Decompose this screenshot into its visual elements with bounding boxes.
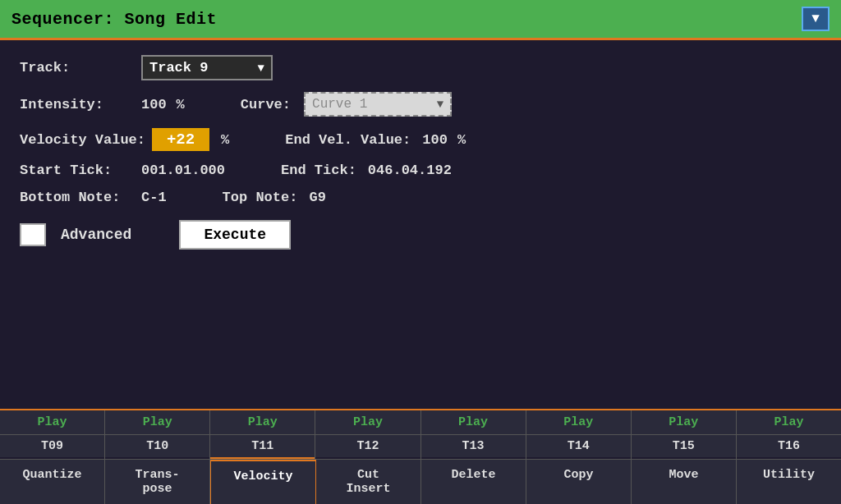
curve-value: Curve 1 bbox=[312, 97, 367, 112]
advanced-checkbox[interactable] bbox=[20, 223, 46, 246]
velocity-unit: % bbox=[221, 132, 229, 148]
note-row: Bottom Note: C-1 Top Note: G9 bbox=[20, 190, 821, 205]
play-button-t09[interactable]: Play bbox=[0, 410, 104, 435]
track-label-t10: T10 bbox=[105, 435, 209, 457]
intensity-unit: % bbox=[177, 97, 185, 112]
end-tick-value: 046.04.192 bbox=[368, 163, 452, 178]
top-note-label: Top Note: bbox=[223, 190, 298, 205]
title-dropdown-arrow: ▼ bbox=[811, 11, 820, 26]
play-button-t14[interactable]: Play bbox=[526, 410, 631, 435]
title-bar: Sequencer: Song Edit ▼ bbox=[0, 0, 841, 38]
velocity-value: +22 bbox=[167, 131, 195, 149]
advanced-execute-row: Advanced Execute bbox=[20, 220, 821, 250]
func-button-move[interactable]: Move bbox=[632, 460, 737, 504]
app-title: Sequencer: Song Edit bbox=[11, 10, 217, 29]
track-label: Track: bbox=[20, 60, 135, 76]
end-vel-unit: % bbox=[457, 132, 466, 148]
track-label-t14: T14 bbox=[526, 435, 631, 457]
end-vel-value: 100 bbox=[422, 132, 448, 148]
track-label-t12: T12 bbox=[315, 435, 420, 457]
func-button-delete[interactable]: Delete bbox=[421, 460, 526, 504]
track-label-t15: T15 bbox=[632, 435, 736, 457]
func-button-velocity[interactable]: Velocity bbox=[210, 460, 316, 504]
start-tick-label: Start Tick: bbox=[20, 163, 135, 178]
func-button-trans--pose[interactable]: Trans-pose bbox=[105, 460, 210, 504]
track-col-t12: PlayT12 bbox=[315, 410, 420, 459]
track-value: Track 9 bbox=[149, 60, 208, 76]
end-vel-section: End Vel. Value: 100 % bbox=[285, 132, 466, 148]
track-dropdown[interactable]: Track 9 ▼ bbox=[141, 55, 273, 80]
curve-section: Curve: Curve 1 ▼ bbox=[241, 92, 452, 117]
velocity-row: Velocity Value: +22 % End Vel. Value: 10… bbox=[20, 128, 821, 151]
top-note-value: G9 bbox=[309, 190, 325, 205]
end-tick-section: End Tick: 046.04.192 bbox=[281, 163, 452, 178]
velocity-value-label: Velocity Value: bbox=[20, 132, 145, 148]
func-button-copy[interactable]: Copy bbox=[526, 460, 632, 504]
track-col-t10: PlayT10 bbox=[105, 410, 210, 459]
intensity-label: Intensity: bbox=[20, 97, 135, 112]
play-button-t12[interactable]: Play bbox=[315, 410, 420, 435]
track-label-t09: T09 bbox=[0, 435, 104, 457]
play-button-t16[interactable]: Play bbox=[737, 410, 841, 435]
title-dropdown[interactable]: ▼ bbox=[802, 7, 830, 31]
bottom-note-label: Bottom Note: bbox=[20, 190, 135, 205]
func-row: QuantizeTrans-poseVelocityCutInsertDelet… bbox=[0, 459, 841, 504]
track-play-row: PlayT09PlayT10PlayT11PlayT12PlayT13PlayT… bbox=[0, 409, 841, 459]
curve-label: Curve: bbox=[241, 97, 291, 112]
play-button-t10[interactable]: Play bbox=[105, 410, 209, 435]
track-label-t11: T11 bbox=[210, 435, 315, 459]
execute-button[interactable]: Execute bbox=[179, 220, 291, 250]
func-button-cut-insert[interactable]: CutInsert bbox=[316, 460, 421, 504]
curve-dropdown[interactable]: Curve 1 ▼ bbox=[304, 92, 452, 117]
top-note-section: Top Note: G9 bbox=[223, 190, 326, 205]
track-col-t14: PlayT14 bbox=[526, 410, 632, 459]
intensity-value: 100 bbox=[141, 97, 167, 112]
track-col-t11: PlayT11 bbox=[210, 410, 315, 459]
advanced-label: Advanced bbox=[61, 227, 131, 243]
func-button-utility[interactable]: Utility bbox=[737, 460, 841, 504]
track-label-t13: T13 bbox=[421, 435, 526, 457]
func-button-quantize[interactable]: Quantize bbox=[0, 460, 105, 504]
curve-dropdown-arrow: ▼ bbox=[437, 98, 443, 111]
track-label-t16: T16 bbox=[737, 435, 841, 457]
bottom-section: PlayT09PlayT10PlayT11PlayT12PlayT13PlayT… bbox=[0, 409, 841, 504]
play-button-t11[interactable]: Play bbox=[210, 410, 315, 435]
main-content: Track: Track 9 ▼ Intensity: 100 % Curve:… bbox=[0, 40, 841, 409]
velocity-value-box[interactable]: +22 bbox=[152, 128, 209, 151]
end-vel-label: End Vel. Value: bbox=[285, 132, 411, 148]
intensity-curve-row: Intensity: 100 % Curve: Curve 1 ▼ bbox=[20, 92, 821, 117]
track-col-t16: PlayT16 bbox=[737, 410, 841, 459]
track-col-t09: PlayT09 bbox=[0, 410, 105, 459]
end-tick-label: End Tick: bbox=[281, 163, 356, 178]
play-button-t13[interactable]: Play bbox=[421, 410, 526, 435]
track-col-t13: PlayT13 bbox=[421, 410, 526, 459]
track-dropdown-arrow: ▼ bbox=[258, 62, 264, 75]
bottom-note-value: C-1 bbox=[141, 190, 167, 205]
track-row: Track: Track 9 ▼ bbox=[20, 55, 821, 80]
track-col-t15: PlayT15 bbox=[632, 410, 737, 459]
start-tick-value: 001.01.000 bbox=[141, 163, 225, 178]
tick-row: Start Tick: 001.01.000 End Tick: 046.04.… bbox=[20, 163, 821, 178]
play-button-t15[interactable]: Play bbox=[632, 410, 736, 435]
